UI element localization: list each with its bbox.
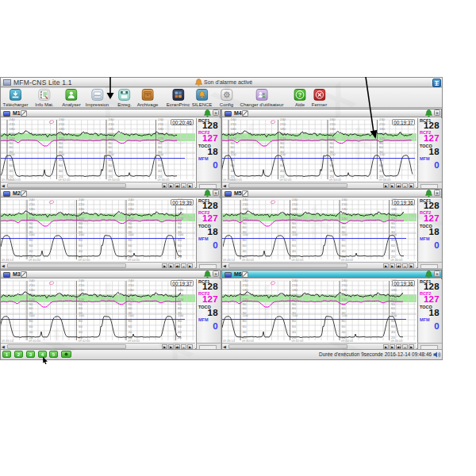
svg-text:60: 60: [292, 244, 296, 248]
svg-text:240: 240: [292, 279, 298, 282]
svg-text:240: 240: [129, 198, 135, 202]
svg-text:60: 60: [342, 306, 346, 310]
svg-text:90: 90: [330, 141, 334, 145]
svg-text:120: 120: [158, 136, 164, 140]
svg-text:210: 210: [330, 122, 336, 126]
svg-text:60: 60: [379, 145, 383, 149]
svg-text:40: 40: [178, 330, 182, 334]
svg-text:120: 120: [231, 136, 237, 140]
svg-text:40: 40: [243, 330, 247, 334]
svg-text:40: 40: [342, 330, 346, 334]
svg-text:120: 120: [29, 217, 36, 221]
svg-text:60: 60: [129, 324, 132, 328]
svg-text:120: 120: [10, 136, 16, 140]
svg-text:80: 80: [178, 238, 182, 242]
svg-text:240: 240: [79, 279, 85, 282]
svg-text:240: 240: [129, 279, 135, 282]
svg-text:120: 120: [391, 217, 397, 221]
svg-text:40: 40: [391, 330, 395, 334]
svg-text:20: 20: [178, 336, 182, 340]
svg-text:240: 240: [342, 198, 348, 202]
svg-text:60: 60: [29, 306, 33, 310]
svg-text:210: 210: [29, 283, 36, 287]
svg-text:240: 240: [109, 118, 115, 121]
svg-text:80: 80: [342, 238, 346, 242]
svg-text:240: 240: [231, 118, 237, 121]
svg-text:80: 80: [129, 238, 132, 242]
svg-text:90: 90: [243, 302, 247, 306]
svg-text:180: 180: [280, 127, 286, 131]
svg-text:120: 120: [178, 217, 184, 221]
svg-text:80: 80: [292, 238, 296, 242]
svg-text:40: 40: [129, 330, 132, 334]
svg-text:120: 120: [178, 298, 184, 301]
svg-text:180: 180: [178, 207, 184, 211]
svg-text:90: 90: [79, 302, 83, 306]
svg-text:80: 80: [29, 319, 33, 323]
svg-text:180: 180: [178, 288, 184, 292]
svg-text:210: 210: [342, 202, 348, 206]
svg-text:120: 120: [342, 217, 348, 221]
svg-text:40: 40: [79, 249, 83, 253]
svg-text:180: 180: [330, 127, 336, 131]
svg-text:80: 80: [129, 319, 132, 323]
svg-text:60: 60: [391, 244, 395, 248]
svg-text:60: 60: [243, 244, 247, 248]
svg-text:120: 120: [243, 217, 249, 221]
svg-text:60: 60: [243, 324, 247, 328]
svg-text:80: 80: [79, 319, 83, 323]
svg-text:90: 90: [391, 302, 395, 306]
svg-text:180: 180: [158, 127, 164, 131]
svg-text:240: 240: [280, 118, 286, 121]
svg-text:60: 60: [178, 244, 182, 248]
svg-text:90: 90: [59, 141, 63, 145]
svg-text:90: 90: [280, 141, 284, 145]
svg-text:210: 210: [129, 202, 135, 206]
svg-text:60: 60: [109, 163, 113, 167]
svg-text:60: 60: [59, 163, 63, 167]
svg-text:60: 60: [10, 163, 13, 167]
svg-text:120: 120: [129, 217, 135, 221]
svg-text:60: 60: [292, 225, 296, 229]
svg-text:60: 60: [391, 225, 395, 229]
svg-text:180: 180: [342, 288, 348, 292]
svg-text:60: 60: [292, 324, 296, 328]
svg-text:180: 180: [391, 288, 397, 292]
svg-text:60: 60: [391, 324, 395, 328]
svg-text:210: 210: [243, 283, 249, 287]
svg-text:40: 40: [280, 169, 284, 173]
svg-text:240: 240: [79, 198, 85, 202]
svg-text:210: 210: [243, 202, 249, 206]
svg-text:60: 60: [158, 163, 162, 167]
svg-text:60: 60: [342, 244, 346, 248]
svg-text:90: 90: [243, 221, 247, 225]
svg-text:40: 40: [59, 169, 63, 173]
svg-text:210: 210: [280, 122, 286, 126]
svg-text:210: 210: [109, 122, 115, 126]
svg-text:40: 40: [158, 169, 162, 173]
svg-text:120: 120: [243, 298, 249, 301]
svg-text:210: 210: [129, 283, 135, 287]
svg-text:120: 120: [391, 298, 397, 301]
svg-text:60: 60: [109, 145, 113, 149]
svg-text:60: 60: [79, 225, 83, 229]
svg-text:180: 180: [10, 127, 16, 131]
svg-text:240: 240: [292, 198, 298, 202]
svg-text:60: 60: [391, 306, 395, 310]
svg-text:90: 90: [292, 302, 296, 306]
svg-text:90: 90: [129, 302, 132, 306]
svg-text:180: 180: [29, 288, 36, 292]
svg-text:240: 240: [29, 198, 36, 202]
svg-text:40: 40: [243, 249, 247, 253]
svg-text:60: 60: [178, 225, 182, 229]
svg-text:90: 90: [29, 221, 33, 225]
svg-text:90: 90: [109, 141, 113, 145]
svg-text:90: 90: [10, 141, 13, 145]
svg-text:60: 60: [79, 244, 83, 248]
svg-text:240: 240: [330, 118, 336, 121]
svg-text:60: 60: [342, 225, 346, 229]
svg-text:60: 60: [158, 145, 162, 149]
svg-text:60: 60: [280, 145, 284, 149]
svg-text:180: 180: [231, 127, 237, 131]
svg-text:40: 40: [342, 249, 346, 253]
